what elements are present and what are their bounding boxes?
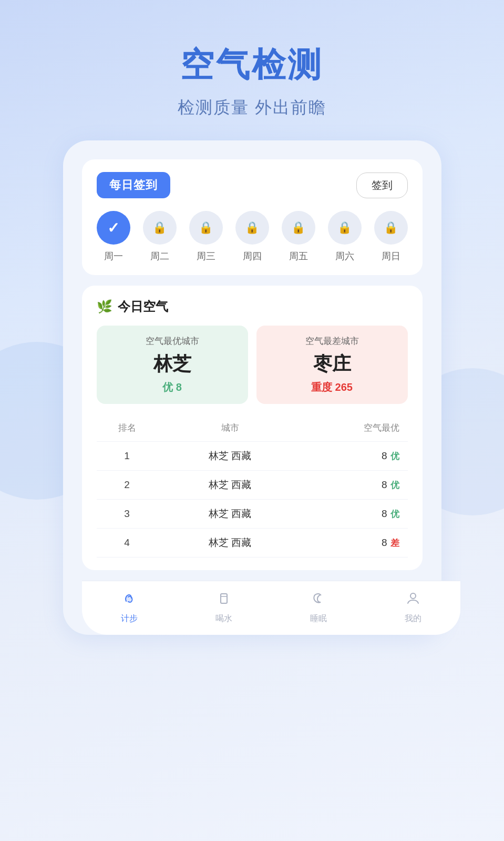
nav-label-steps: 计步 xyxy=(121,613,138,624)
day-circle-tuesday: 🔒 xyxy=(143,211,177,245)
nav-item-steps[interactable]: 计步 xyxy=(121,590,138,624)
svg-rect-0 xyxy=(221,594,227,603)
quality-val-4: 8 差 xyxy=(311,537,399,549)
bottom-nav: 计步 喝水 睡眠 xyxy=(82,581,460,635)
table-row: 3 林芝 西藏 8 优 xyxy=(97,499,408,528)
quality-val-3: 8 优 xyxy=(311,508,399,520)
day-circle-wednesday: 🔒 xyxy=(189,211,223,245)
table-row: 2 林芝 西藏 8 优 xyxy=(97,470,408,499)
day-item-sunday: 🔒 周日 xyxy=(374,211,408,262)
day-item-tuesday: 🔒 周二 xyxy=(143,211,177,262)
day-label-monday: 周一 xyxy=(104,250,123,262)
table-row: 4 林芝 西藏 8 差 xyxy=(97,528,408,558)
days-row: ✓ 周一 🔒 周二 🔒 周三 🔒 周四 xyxy=(97,211,408,262)
checkin-title: 每日签到 xyxy=(97,172,170,198)
lock-icon-sat: 🔒 xyxy=(337,221,352,235)
worst-city-value: 重度 265 xyxy=(267,380,397,394)
ranking-table-header: 排名 城市 空气最优 xyxy=(97,417,408,439)
city-name-2: 林芝 西藏 xyxy=(149,478,311,492)
day-circle-monday: ✓ xyxy=(97,211,130,245)
air-leaf-icon: 🌿 xyxy=(97,299,112,314)
ranking-table: 排名 城市 空气最优 1 林芝 西藏 8 优 2 林芝 西藏 8 优 xyxy=(97,417,408,558)
worst-city-name: 枣庄 xyxy=(267,351,397,377)
quality-val-2: 8 优 xyxy=(311,479,399,491)
air-section-header: 🌿 今日空气 xyxy=(97,298,408,315)
quality-badge-1: 优 xyxy=(390,450,399,462)
rank-num-4: 4 xyxy=(105,537,149,549)
check-icon: ✓ xyxy=(107,219,119,237)
worst-city-label: 空气最差城市 xyxy=(267,335,397,347)
checkin-section: 每日签到 签到 ✓ 周一 🔒 周二 🔒 周三 xyxy=(82,159,423,275)
air-section: 🌿 今日空气 空气最优城市 林芝 优 8 空气最差城市 枣庄 重度 265 排名… xyxy=(82,286,423,570)
quality-num-4: 8 xyxy=(382,537,387,549)
quality-badge-4: 差 xyxy=(390,537,399,549)
day-label-saturday: 周六 xyxy=(335,250,354,262)
quality-badge-3: 优 xyxy=(390,508,399,520)
day-label-tuesday: 周二 xyxy=(150,250,169,262)
day-item-thursday: 🔒 周四 xyxy=(235,211,269,262)
lock-icon-wed: 🔒 xyxy=(199,221,213,235)
day-circle-sunday: 🔒 xyxy=(374,211,408,245)
steps-icon xyxy=(121,590,138,610)
checkin-button[interactable]: 签到 xyxy=(356,173,408,198)
air-cards-row: 空气最优城市 林芝 优 8 空气最差城市 枣庄 重度 265 xyxy=(97,326,408,404)
day-item-friday: 🔒 周五 xyxy=(282,211,315,262)
day-label-sunday: 周日 xyxy=(382,250,400,262)
day-item-saturday: 🔒 周六 xyxy=(328,211,362,262)
lock-icon-thu: 🔒 xyxy=(245,221,259,235)
nav-item-profile[interactable]: 我的 xyxy=(405,590,421,624)
best-city-name: 林芝 xyxy=(107,351,238,377)
day-circle-saturday: 🔒 xyxy=(328,211,362,245)
day-label-friday: 周五 xyxy=(289,250,308,262)
water-icon xyxy=(215,590,232,610)
col-quality-label: 空气最优 xyxy=(311,422,399,434)
checkin-header: 每日签到 签到 xyxy=(97,172,408,198)
best-city-card: 空气最优城市 林芝 优 8 xyxy=(97,326,248,404)
quality-num-2: 8 xyxy=(382,479,387,491)
quality-num-3: 8 xyxy=(382,508,387,520)
day-label-thursday: 周四 xyxy=(243,250,262,262)
nav-label-profile: 我的 xyxy=(405,613,421,624)
quality-badge-2: 优 xyxy=(390,479,399,491)
day-circle-friday: 🔒 xyxy=(282,211,315,245)
phone-card: 每日签到 签到 ✓ 周一 🔒 周二 🔒 周三 xyxy=(63,140,441,635)
nav-label-water: 喝水 xyxy=(215,613,232,624)
day-circle-thursday: 🔒 xyxy=(235,211,269,245)
col-city-label: 城市 xyxy=(149,422,311,434)
svg-point-2 xyxy=(410,593,416,599)
app-subtitle: 检测质量 外出前瞻 xyxy=(178,96,326,119)
day-item-wednesday: 🔒 周三 xyxy=(189,211,223,262)
rank-num-2: 2 xyxy=(105,479,149,491)
city-name-4: 林芝 西藏 xyxy=(149,536,311,550)
table-row: 1 林芝 西藏 8 优 xyxy=(97,441,408,470)
air-section-title: 今日空气 xyxy=(118,298,168,315)
city-name-3: 林芝 西藏 xyxy=(149,507,311,521)
profile-icon xyxy=(405,590,421,610)
quality-val-1: 8 优 xyxy=(311,450,399,462)
day-label-wednesday: 周三 xyxy=(197,250,215,262)
nav-item-sleep[interactable]: 睡眠 xyxy=(310,590,327,624)
app-header: 空气检测 检测质量 外出前瞻 xyxy=(178,42,326,119)
city-name-1: 林芝 西藏 xyxy=(149,449,311,463)
worst-city-card: 空气最差城市 枣庄 重度 265 xyxy=(256,326,408,404)
lock-icon-tue: 🔒 xyxy=(152,221,167,235)
lock-icon-fri: 🔒 xyxy=(291,221,305,235)
nav-item-water[interactable]: 喝水 xyxy=(215,590,232,624)
col-rank-label: 排名 xyxy=(105,422,149,434)
sleep-icon xyxy=(310,590,327,610)
nav-label-sleep: 睡眠 xyxy=(310,613,327,624)
quality-num-1: 8 xyxy=(382,450,387,462)
rank-num-1: 1 xyxy=(105,450,149,462)
best-city-value: 优 8 xyxy=(107,380,238,394)
lock-icon-sun: 🔒 xyxy=(384,221,398,235)
app-title: 空气检测 xyxy=(178,42,326,88)
rank-num-3: 3 xyxy=(105,508,149,520)
best-city-label: 空气最优城市 xyxy=(107,335,238,347)
day-item-monday: ✓ 周一 xyxy=(97,211,130,262)
